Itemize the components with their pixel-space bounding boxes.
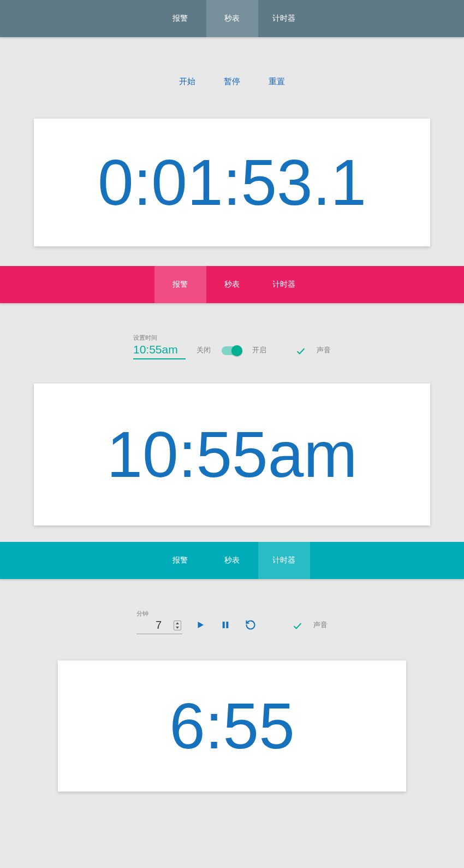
minutes-value: 7 (138, 619, 174, 631)
tab-stopwatch[interactable]: 秒表 (206, 0, 258, 37)
play-button[interactable] (193, 618, 207, 632)
svg-rect-4 (226, 622, 228, 628)
tab-timer[interactable]: 计时器 (258, 0, 310, 37)
alarm-time-field[interactable]: 设置时间 10:55am (133, 334, 186, 359)
svg-marker-1 (176, 627, 179, 629)
minutes-field[interactable]: 分钟 7 (136, 610, 182, 634)
tab-timer[interactable]: 计时器 (258, 542, 310, 579)
pause-button[interactable] (218, 618, 233, 632)
tab-alarm[interactable]: 报警 (154, 266, 206, 303)
alarm-display-card: 10:55am (34, 383, 430, 525)
timer-display-card: 6:55 (58, 660, 406, 792)
start-button[interactable]: 开始 (179, 76, 195, 87)
minutes-stepper[interactable] (174, 621, 181, 630)
switch-on-label: 开启 (252, 345, 266, 359)
alarm-time-value: 10:55am (133, 342, 186, 358)
tab-stopwatch[interactable]: 秒表 (206, 542, 258, 579)
alarm-big-time: 10:55am (106, 422, 357, 487)
tabbar-stopwatch: 报警 秒表 计时器 (0, 0, 464, 37)
svg-rect-3 (223, 622, 225, 628)
stopwatch-display-card: 0:01:53.1 (34, 119, 430, 246)
switch-off-label: 关闭 (197, 345, 211, 359)
pause-icon (221, 620, 230, 630)
timer-controls: 分钟 7 声音 (0, 610, 464, 634)
check-icon (296, 346, 306, 356)
svg-marker-2 (198, 622, 204, 628)
stopwatch-controls: 开始 暂停 重置 (0, 76, 464, 87)
tab-alarm[interactable]: 报警 (154, 0, 206, 37)
stopwatch-time: 0:01:53.1 (98, 150, 366, 215)
reset-icon (245, 619, 256, 630)
check-icon (293, 621, 302, 631)
minutes-label: 分钟 (136, 610, 182, 618)
alarm-enable-switch[interactable] (222, 346, 241, 355)
tab-timer[interactable]: 计时器 (258, 266, 310, 303)
sound-checkbox-label[interactable]: 声音 (313, 620, 328, 634)
play-icon (195, 620, 205, 630)
svg-marker-0 (176, 622, 179, 624)
tab-alarm[interactable]: 报警 (154, 542, 206, 579)
tab-stopwatch[interactable]: 秒表 (206, 266, 258, 303)
reset-button[interactable]: 重置 (269, 76, 285, 87)
alarm-controls: 设置时间 10:55am 关闭 开启 声音 (0, 334, 464, 359)
timer-big-time: 6:55 (169, 694, 295, 758)
tabbar-alarm: 报警 秒表 计时器 (0, 266, 464, 303)
sound-checkbox-label[interactable]: 声音 (317, 345, 331, 359)
reset-button[interactable] (243, 618, 258, 632)
tabbar-timer: 报警 秒表 计时器 (0, 542, 464, 579)
pause-button[interactable]: 暂停 (224, 76, 240, 87)
alarm-time-label: 设置时间 (133, 334, 186, 342)
